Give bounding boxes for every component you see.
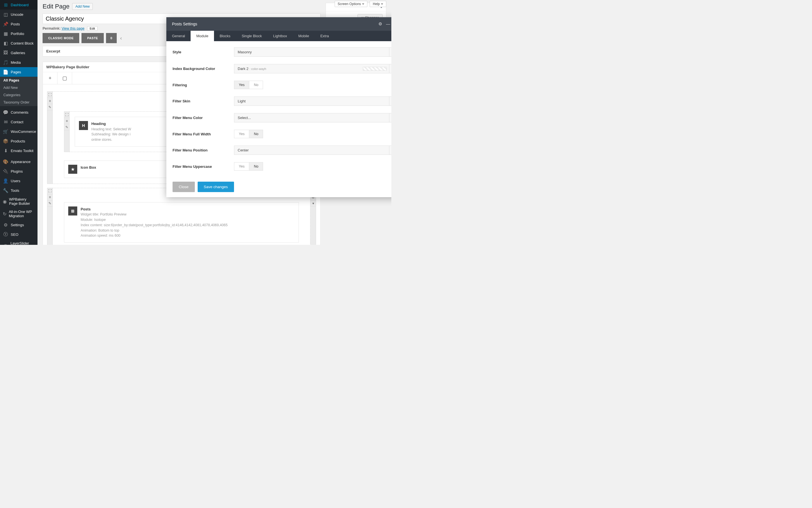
grid-icon: ⊞ [68, 207, 77, 215]
filter-uppercase-toggle[interactable]: YesNo [234, 162, 263, 171]
sidebar-icon: 🎨 [3, 159, 8, 164]
sidebar-item-label: Envato Toolkit [11, 149, 34, 153]
edit-icon[interactable]: ✎ [47, 201, 52, 207]
sidebar-subitem[interactable]: All Pages [0, 77, 38, 84]
expand-icon[interactable]: ⛶ [47, 188, 52, 194]
posts-settings-modal: Posts Settings ⚙ — ✕ GeneralModuleBlocks… [166, 17, 391, 197]
sidebar-item-settings[interactable]: ⚙Settings [0, 220, 38, 229]
sidebar-item-label: LayerSlider WP [10, 241, 35, 245]
sidebar-subitem[interactable]: Categories [0, 91, 38, 99]
permalink-edit-button[interactable]: Edit [87, 26, 97, 31]
sidebar-subitem[interactable]: Taxonomy Order [0, 99, 38, 106]
filter-position-select[interactable]: Center▾ [234, 145, 391, 155]
sidebar-item-label: Users [11, 179, 20, 183]
help-button[interactable]: Help [370, 1, 386, 7]
permalink-link[interactable]: View this page [61, 27, 84, 31]
add-new-button[interactable]: Add New [72, 3, 93, 10]
heading-block-icon: H [79, 121, 88, 130]
filtering-toggle[interactable]: YesNo [234, 81, 263, 89]
excerpt-panel-title: Excerpt [46, 49, 60, 53]
sidebar-item-seo[interactable]: ⓎSEO [0, 229, 38, 239]
sidebar-item-layerslider-wp[interactable]: ≡LayerSlider WP [0, 239, 38, 245]
edit-icon[interactable]: ✎ [64, 124, 70, 130]
gear-icon[interactable]: ⚙ [378, 22, 382, 27]
bgcolor-label: Index Background Color [173, 67, 234, 71]
sidebar-item-contact[interactable]: ✉Contact [0, 117, 38, 127]
expand-icon[interactable]: ⛶ [47, 92, 52, 98]
sidebar-item-plugins[interactable]: 🔌Plugins [0, 166, 38, 176]
sidebar-item-dashboard[interactable]: ⊞Dashboard [0, 0, 38, 10]
template-button[interactable]: ▢ [57, 72, 72, 84]
modal-close-button[interactable]: Close [173, 182, 195, 192]
sidebar-item-label: Galleries [11, 51, 25, 55]
paste-button[interactable]: PASTE [82, 33, 103, 43]
sidebar-icon: ≡ [3, 243, 8, 245]
filter-uppercase-label: Filter Menu Uppercase [173, 164, 234, 169]
star-icon: ★ [68, 165, 77, 174]
sidebar-icon: 🖼 [3, 50, 8, 55]
sidebar-icon: 👤 [3, 178, 8, 184]
sidebar-item-appearance[interactable]: 🎨Appearance [0, 157, 38, 166]
counter-button[interactable]: 0 [106, 33, 117, 43]
sidebar-icon: ⊞ [3, 2, 8, 8]
style-select[interactable]: Masonry▾ [234, 47, 391, 57]
sidebar-item-posts[interactable]: 📌Posts [0, 19, 38, 29]
sidebar-item-galleries[interactable]: 🖼Galleries [0, 48, 38, 57]
sidebar-item-tools[interactable]: 🔧Tools [0, 185, 38, 195]
sidebar-item-label: Comments [11, 110, 29, 115]
sidebar-item-label: Products [11, 139, 25, 143]
modal-save-button[interactable]: Save changes [198, 182, 234, 192]
sidebar-item-all-in-one-wp-migration[interactable]: ↻All-in-One WP Migration [0, 208, 38, 220]
posts-block[interactable]: ⊞ Posts Widget title: Portfolio Preview … [64, 202, 299, 243]
sidebar-item-portfolio[interactable]: ▦Portfolio [0, 29, 38, 38]
sidebar-item-pages[interactable]: 📄Pages [0, 67, 38, 77]
chevron-down-icon[interactable]: ▾ [310, 201, 316, 207]
sidebar-item-label: WooCommerce [11, 129, 36, 134]
filter-full-width-toggle[interactable]: YesNo [234, 130, 263, 138]
modal-tab-mobile[interactable]: Mobile [292, 31, 315, 41]
modal-tab-module[interactable]: Module [191, 31, 214, 41]
filter-menu-color-select[interactable]: Select...▾ [234, 113, 391, 122]
sidebar-item-envato-toolkit[interactable]: ⬇Envato Toolkit [0, 146, 38, 156]
screen-options-button[interactable]: Screen Options [335, 1, 368, 7]
menu-icon[interactable]: ≡ [47, 194, 52, 201]
sidebar-icon: ✉ [3, 119, 8, 125]
menu-icon[interactable]: ≡ [64, 118, 70, 124]
sidebar-item-label: Dashboard [11, 3, 29, 7]
classic-mode-button[interactable]: CLASSIC MODE [43, 33, 79, 43]
modal-tab-blocks[interactable]: Blocks [214, 31, 236, 41]
sidebar-icon: 📌 [3, 21, 8, 27]
minimize-icon[interactable]: — [386, 22, 390, 27]
sidebar-item-wpbakery-page-builder[interactable]: ◉WPBakery Page Builder [0, 195, 38, 208]
modal-tab-general[interactable]: General [166, 31, 191, 41]
menu-icon[interactable]: ≡ [47, 98, 52, 104]
add-element-button[interactable]: + [43, 72, 57, 84]
sidebar-item-label: Contact [11, 120, 24, 124]
sidebar-icon: ⚙ [3, 222, 8, 228]
sidebar-item-users[interactable]: 👤Users [0, 176, 38, 185]
sidebar-subitem[interactable]: Add New [0, 84, 38, 91]
sidebar-item-label: WPBakery Page Builder [9, 197, 35, 206]
sidebar-item-media[interactable]: 🎵Media [0, 57, 38, 67]
sidebar-item-label: All-in-One WP Migration [9, 210, 35, 218]
filter-skin-label: Filter Skin [173, 99, 234, 103]
sidebar-item-label: Plugins [11, 169, 23, 173]
sidebar-item-woocommerce[interactable]: 🛒WooCommerce [0, 127, 38, 136]
sidebar-item-uncode[interactable]: ◫Uncode [0, 10, 38, 19]
edit-icon[interactable]: ✎ [47, 104, 52, 110]
modal-title: Posts Settings [172, 22, 197, 26]
sidebar-item-label: Tools [11, 188, 19, 193]
permalink-label: Permalink: [43, 27, 61, 31]
modal-tab-single-block[interactable]: Single Block [236, 31, 268, 41]
expand-icon[interactable]: ⛶ [64, 112, 70, 118]
modal-tab-extra[interactable]: Extra [315, 31, 334, 41]
sidebar-item-products[interactable]: 📦Products [0, 136, 38, 146]
chevron-left-icon[interactable]: ‹ [120, 35, 122, 41]
sidebar-item-comments[interactable]: 💬Comments [0, 108, 38, 117]
filter-menu-color-label: Filter Menu Color [173, 116, 234, 120]
sidebar-item-content-block[interactable]: ◧Content Block [0, 38, 38, 48]
filter-skin-select[interactable]: Light▾ [234, 96, 391, 106]
bgcolor-select[interactable]: Dark 2 : color-wayh▾ [234, 64, 391, 73]
sidebar-item-label: Appearance [11, 160, 31, 164]
modal-tab-lightbox[interactable]: Lightbox [268, 31, 292, 41]
